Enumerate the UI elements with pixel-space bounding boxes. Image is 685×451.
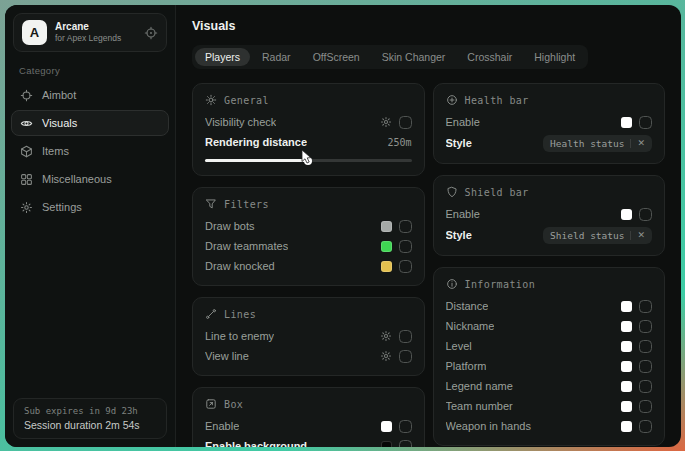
- row-controls: [621, 400, 652, 413]
- checkbox-nickname[interactable]: [639, 320, 652, 333]
- setting-label: Style: [446, 229, 472, 241]
- checkbox-legend-name[interactable]: [639, 380, 652, 393]
- panel-title: Shield bar: [465, 187, 529, 198]
- setting-row-weapon-in-hands: Weapon in hands: [446, 416, 653, 436]
- sidebar-item-miscellaneous[interactable]: Miscellaneous: [11, 166, 169, 192]
- color-swatch-legend-name[interactable]: [621, 381, 632, 392]
- tab-bar: PlayersRadarOffScreenSkin ChangerCrossha…: [192, 45, 588, 69]
- row-controls: [381, 260, 412, 273]
- app-logo: A: [22, 20, 47, 45]
- setting-label: Nickname: [446, 320, 495, 332]
- panel-header: Filters: [205, 197, 412, 211]
- checkbox-visibility-check[interactable]: [399, 116, 412, 129]
- checkbox-weapon-in-hands[interactable]: [639, 420, 652, 433]
- eye-icon: [20, 117, 33, 130]
- setting-label: Legend name: [446, 380, 513, 392]
- sidebar-item-label: Aimbot: [42, 89, 76, 101]
- color-swatch-platform[interactable]: [621, 361, 632, 372]
- sidebar-item-settings[interactable]: Settings: [11, 194, 169, 220]
- setting-row-enable: Enable: [205, 416, 412, 436]
- setting-row-draw-knocked: Draw knocked: [205, 256, 412, 276]
- checkbox-enable[interactable]: [399, 420, 412, 433]
- panel-lines: Lines Line to enemy View line: [192, 297, 425, 376]
- color-swatch-draw-bots[interactable]: [381, 221, 392, 232]
- color-swatch-draw-teammates[interactable]: [381, 241, 392, 252]
- tab-radar[interactable]: Radar: [252, 48, 301, 66]
- tab-skin-changer[interactable]: Skin Changer: [372, 48, 456, 66]
- color-swatch-draw-knocked[interactable]: [381, 261, 392, 272]
- sub-expires-text: Sub expires in 9d 23h: [24, 406, 156, 416]
- sidebar-nav: AimbotVisualsItemsMiscellaneousSettings: [5, 82, 175, 220]
- checkbox-team-number[interactable]: [639, 400, 652, 413]
- target-icon[interactable]: [144, 26, 158, 40]
- setting-row-platform: Platform: [446, 356, 653, 376]
- slider-rendering-distance[interactable]: [205, 159, 412, 162]
- setting-label: Enable: [446, 116, 480, 128]
- checkbox-view-line[interactable]: [399, 350, 412, 363]
- grid-icon: [20, 173, 33, 186]
- row-controls: [621, 300, 652, 313]
- left-column: General Visibility check Rendering dista…: [192, 83, 425, 447]
- setting-label: Style: [446, 137, 472, 149]
- sidebar-item-aimbot[interactable]: Aimbot: [11, 82, 169, 108]
- row-settings-gear-icon[interactable]: [380, 350, 392, 362]
- slider-value: 250m: [387, 137, 411, 148]
- checkbox-enable[interactable]: [639, 116, 652, 129]
- row-controls: [621, 320, 652, 333]
- color-swatch-weapon-in-hands[interactable]: [621, 421, 632, 432]
- slider-fill: [205, 159, 308, 162]
- row-controls: [381, 220, 412, 233]
- color-swatch-level[interactable]: [621, 341, 632, 352]
- sidebar-item-visuals[interactable]: Visuals: [11, 110, 169, 136]
- color-swatch-enable[interactable]: [621, 209, 632, 220]
- app-header-card: A Arcane for Apex Legends: [13, 13, 167, 52]
- tab-highlight[interactable]: Highlight: [524, 48, 585, 66]
- app-name: Arcane: [55, 21, 136, 34]
- sidebar-item-items[interactable]: Items: [11, 138, 169, 164]
- row-settings-gear-icon[interactable]: [380, 330, 392, 342]
- select-style[interactable]: Health status✕: [543, 135, 652, 152]
- row-settings-gear-icon[interactable]: [380, 116, 392, 128]
- row-controls: [621, 360, 652, 373]
- checkbox-distance[interactable]: [639, 300, 652, 313]
- panel-title: Information: [465, 279, 536, 290]
- panel-header: Lines: [205, 307, 412, 321]
- checkbox-enable-background[interactable]: [399, 440, 412, 448]
- tag-close-icon[interactable]: ✕: [630, 139, 645, 148]
- tag-close-icon[interactable]: ✕: [630, 231, 645, 240]
- app-meta: Arcane for Apex Legends: [55, 21, 136, 44]
- row-controls: [621, 340, 652, 353]
- checkbox-line-to-enemy[interactable]: [399, 330, 412, 343]
- color-swatch-team-number[interactable]: [621, 401, 632, 412]
- sidebar-item-label: Settings: [42, 201, 82, 213]
- color-swatch-distance[interactable]: [621, 301, 632, 312]
- cube-icon: [20, 145, 33, 158]
- row-controls: [381, 240, 412, 253]
- color-swatch-nickname[interactable]: [621, 321, 632, 332]
- sun-icon: [205, 94, 217, 106]
- setting-row-draw-teammates: Draw teammates: [205, 236, 412, 256]
- tab-players[interactable]: Players: [195, 48, 250, 66]
- color-swatch-enable-background[interactable]: [381, 441, 392, 448]
- setting-row-visibility-check: Visibility check: [205, 112, 412, 132]
- slider-handle[interactable]: [304, 157, 312, 165]
- color-swatch-enable[interactable]: [621, 117, 632, 128]
- row-controls: [621, 116, 652, 129]
- select-style[interactable]: Shield status✕: [543, 227, 652, 244]
- subscription-card: Sub expires in 9d 23h Session duration 2…: [13, 398, 167, 439]
- color-swatch-enable[interactable]: [381, 421, 392, 432]
- panel-general: General Visibility check Rendering dista…: [192, 83, 425, 176]
- panel-header: General: [205, 93, 412, 107]
- checkbox-enable[interactable]: [639, 208, 652, 221]
- checkbox-draw-teammates[interactable]: [399, 240, 412, 253]
- panel-title: Filters: [224, 199, 269, 210]
- setting-row-legend-name: Legend name: [446, 376, 653, 396]
- checkbox-level[interactable]: [639, 340, 652, 353]
- checkbox-draw-bots[interactable]: [399, 220, 412, 233]
- row-controls: [621, 208, 652, 221]
- tab-offscreen[interactable]: OffScreen: [303, 48, 370, 66]
- row-controls: [380, 350, 412, 363]
- checkbox-platform[interactable]: [639, 360, 652, 373]
- tab-crosshair[interactable]: Crosshair: [457, 48, 522, 66]
- checkbox-draw-knocked[interactable]: [399, 260, 412, 273]
